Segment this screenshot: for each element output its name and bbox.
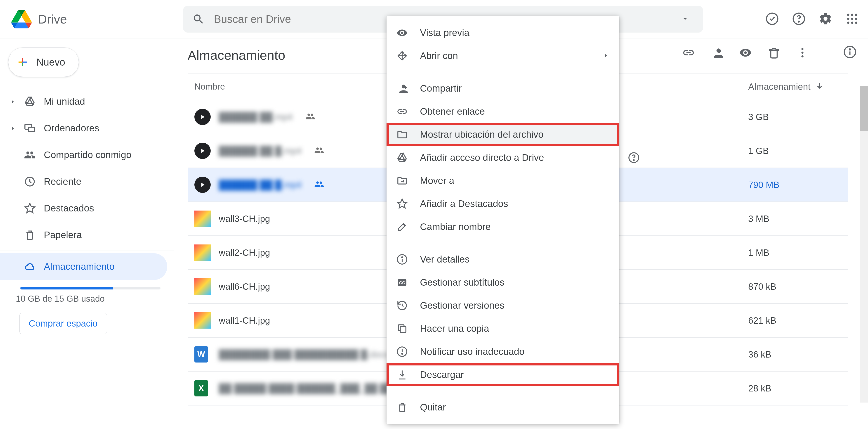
file-name: wall1-CH.jpg bbox=[219, 315, 270, 326]
help-hint-icon[interactable] bbox=[628, 152, 640, 163]
sidebar-item-shared[interactable]: Compartido conmigo bbox=[0, 142, 167, 168]
sidebar-item-recent[interactable]: Reciente bbox=[0, 168, 167, 195]
context-menu-label: Cambiar nombre bbox=[420, 221, 491, 232]
context-menu-separator bbox=[386, 243, 619, 243]
share-icon[interactable] bbox=[711, 47, 723, 60]
context-menu-rename[interactable]: Cambiar nombre bbox=[386, 215, 619, 238]
context-menu-star[interactable]: Añadir a Destacados bbox=[386, 192, 619, 215]
file-size: 621 kB bbox=[748, 315, 848, 326]
download-icon bbox=[397, 369, 408, 380]
toolbar-divider bbox=[827, 45, 827, 61]
sidebar-item-label: Almacenamiento bbox=[44, 261, 115, 272]
file-name: ██████ ██ █.mp4 bbox=[219, 180, 302, 190]
recent-icon bbox=[24, 176, 36, 187]
svg-point-20 bbox=[849, 49, 850, 50]
file-name: ██ █████ ████ ██████_███_██ ██ █ bbox=[219, 383, 402, 394]
search-options-button[interactable] bbox=[681, 14, 689, 24]
context-menu-label: Añadir a Destacados bbox=[420, 198, 508, 209]
file-size: 28 kB bbox=[748, 383, 848, 394]
context-menu-label: Gestionar versiones bbox=[420, 300, 504, 311]
svg-point-9 bbox=[847, 22, 849, 24]
rename-icon bbox=[397, 221, 408, 233]
new-button-label: Nuevo bbox=[36, 57, 65, 68]
driveadd-icon bbox=[397, 152, 408, 163]
column-size-header[interactable]: Almacenamient bbox=[748, 82, 848, 92]
more-icon[interactable] bbox=[796, 47, 809, 60]
offline-ready-icon[interactable] bbox=[765, 12, 779, 27]
delete-icon[interactable] bbox=[768, 47, 780, 60]
context-menu-label: Ver detalles bbox=[420, 254, 469, 265]
svg-point-25 bbox=[402, 257, 403, 258]
context-menu-report[interactable]: Notificar uso inadecuado bbox=[386, 340, 619, 363]
file-size: 870 kB bbox=[748, 281, 848, 292]
settings-icon[interactable] bbox=[819, 12, 832, 27]
file-name: wall3-CH.jpg bbox=[219, 214, 270, 224]
svg-point-8 bbox=[855, 18, 857, 20]
context-menu-driveadd[interactable]: Añadir acceso directo a Drive bbox=[386, 146, 619, 169]
context-menu-versions[interactable]: Gestionar versiones bbox=[386, 294, 619, 317]
context-menu-label: Gestionar subtítulos bbox=[420, 277, 504, 288]
scrollbar[interactable] bbox=[860, 86, 868, 402]
file-size: 790 MB bbox=[748, 180, 848, 190]
context-menu-download[interactable]: Descargar bbox=[386, 363, 619, 386]
sidebar-item-trash[interactable]: Papelera bbox=[0, 222, 167, 248]
copy-icon bbox=[397, 323, 408, 334]
context-menu-move[interactable]: Mover a bbox=[386, 169, 619, 192]
context-menu-label: Mover a bbox=[420, 175, 454, 186]
shared-icon bbox=[24, 149, 36, 161]
sidebar-item-star[interactable]: Destacados bbox=[0, 195, 167, 222]
context-menu-label: Quitar bbox=[420, 402, 446, 413]
context-menu-label: Vista previa bbox=[420, 27, 469, 38]
svg-point-6 bbox=[847, 18, 849, 20]
new-button[interactable]: Nuevo bbox=[8, 48, 79, 77]
svg-point-31 bbox=[402, 353, 403, 354]
file-type-icon bbox=[194, 278, 211, 295]
svg-text:CC: CC bbox=[399, 280, 405, 285]
sidebar-item-drive[interactable]: Mi unidad bbox=[0, 88, 167, 115]
sidebar-item-label: Reciente bbox=[44, 176, 81, 187]
context-menu-label: Abrir con bbox=[420, 51, 458, 61]
shared-icon bbox=[314, 145, 324, 156]
context-menu-personadd[interactable]: Compartir bbox=[386, 77, 619, 100]
info-icon bbox=[397, 254, 408, 265]
context-menu-link[interactable]: Obtener enlace bbox=[386, 100, 619, 123]
svg-point-0 bbox=[767, 13, 778, 24]
sort-arrow-down-icon bbox=[815, 82, 824, 91]
logo-area[interactable]: Drive bbox=[11, 9, 183, 29]
preview-icon[interactable] bbox=[739, 47, 752, 60]
sidebar: Nuevo Mi unidadOrdenadoresCompartido con… bbox=[0, 38, 174, 429]
sidebar-item-computers[interactable]: Ordenadores bbox=[0, 115, 167, 142]
svg-point-15 bbox=[801, 48, 803, 50]
help-icon[interactable] bbox=[792, 12, 806, 27]
context-menu-trash[interactable]: Quitar bbox=[386, 396, 619, 419]
move-icon bbox=[397, 175, 408, 186]
file-type-icon: X bbox=[194, 380, 211, 396]
buy-storage-button[interactable]: Comprar espacio bbox=[20, 313, 107, 334]
trash-icon bbox=[397, 402, 408, 413]
cc-icon: CC bbox=[397, 277, 408, 288]
svg-point-5 bbox=[855, 13, 857, 16]
apps-grid-icon[interactable] bbox=[845, 12, 859, 27]
trash-icon bbox=[24, 229, 36, 241]
file-size: 3 MB bbox=[748, 214, 848, 224]
file-name: wall6-CH.jpg bbox=[219, 281, 270, 292]
sidebar-item-cloud[interactable]: Almacenamiento bbox=[0, 253, 167, 280]
svg-rect-13 bbox=[29, 127, 35, 132]
context-menu-cc[interactable]: CCGestionar subtítulos bbox=[386, 271, 619, 294]
context-menu-copy[interactable]: Hacer una copia bbox=[386, 317, 619, 340]
svg-point-7 bbox=[851, 18, 853, 20]
context-menu-label: Notificar uso inadecuado bbox=[420, 346, 524, 357]
svg-point-10 bbox=[851, 22, 853, 24]
svg-point-11 bbox=[855, 22, 857, 24]
context-menu-open[interactable]: Abrir con bbox=[386, 44, 619, 67]
svg-point-3 bbox=[847, 13, 849, 16]
context-menu-label: Compartir bbox=[420, 83, 462, 94]
context-menu-info[interactable]: Ver detalles bbox=[386, 248, 619, 271]
get-link-icon[interactable] bbox=[682, 47, 695, 60]
details-panel-toggle[interactable] bbox=[843, 45, 857, 60]
context-menu-folder[interactable]: Mostrar ubicación del archivo bbox=[386, 123, 619, 146]
context-menu-eye[interactable]: Vista previa bbox=[386, 21, 619, 44]
file-name: ████████ ███ ██████████ █.docx bbox=[219, 349, 389, 360]
expand-caret-icon bbox=[10, 123, 16, 134]
storage-usage-text: 10 GB de 15 GB usado bbox=[16, 294, 174, 304]
